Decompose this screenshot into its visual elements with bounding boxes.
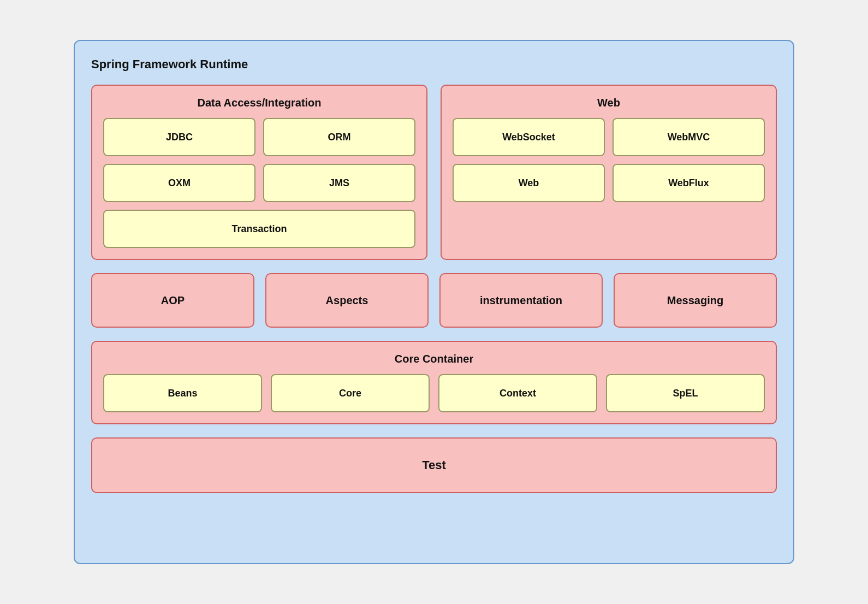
aspects-box: Aspects [265,273,429,328]
aop-box: AOP [91,273,254,328]
spring-framework-runtime: Spring Framework Runtime Data Access/Int… [74,40,794,564]
web-box: Web [453,164,605,202]
core-container-section: Core Container Beans Core Context SpEL [91,341,777,424]
jms-box: JMS [263,164,415,202]
webflux-box: WebFlux [613,164,765,202]
core-grid: Beans Core Context SpEL [103,374,765,412]
orm-box: ORM [263,118,415,156]
web-title: Web [453,97,765,109]
instrumentation-box: instrumentation [439,273,603,328]
middle-row: AOP Aspects instrumentation Messaging [91,273,777,328]
data-access-title: Data Access/Integration [103,97,415,109]
core-container-title: Core Container [103,353,765,365]
messaging-box: Messaging [614,273,777,328]
transaction-box: Transaction [103,210,415,248]
spel-box: SpEL [606,374,765,412]
webmvc-box: WebMVC [613,118,765,156]
data-access-grid: JDBC ORM OXM JMS Transaction [103,118,415,248]
outer-title: Spring Framework Runtime [91,57,777,72]
oxm-box: OXM [103,164,255,202]
beans-box: Beans [103,374,262,412]
websocket-box: WebSocket [453,118,605,156]
top-row: Data Access/Integration JDBC ORM OXM JMS… [91,85,777,260]
web-grid: WebSocket WebMVC Web WebFlux [453,118,765,202]
web-section: Web WebSocket WebMVC Web WebFlux [441,85,777,260]
jdbc-box: JDBC [103,118,255,156]
context-box: Context [438,374,597,412]
test-section: Test [91,437,777,493]
core-box: Core [271,374,430,412]
data-access-section: Data Access/Integration JDBC ORM OXM JMS… [91,85,427,260]
